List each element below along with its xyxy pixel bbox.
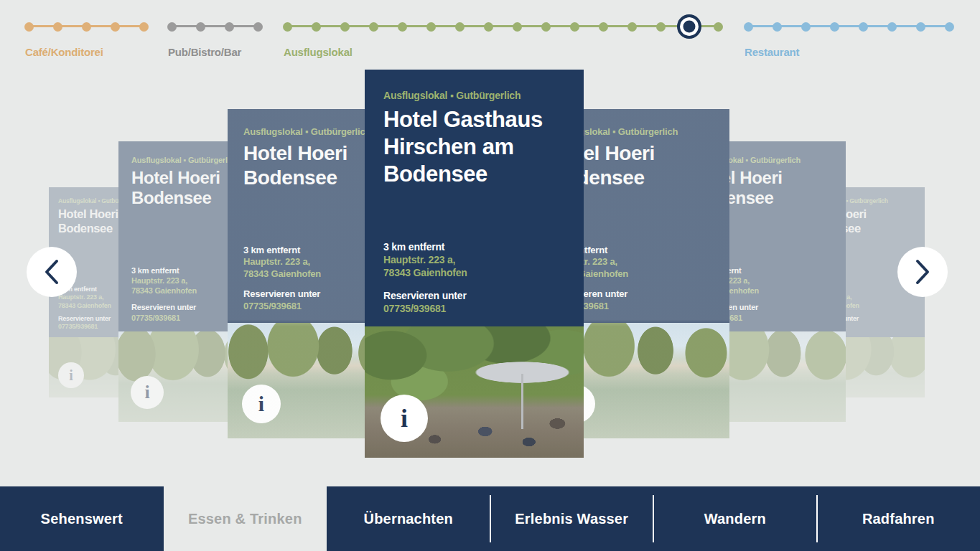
card-phone: 07735/939681 xyxy=(243,301,384,313)
timeline-dot xyxy=(484,22,493,32)
timeline-dot xyxy=(599,22,608,32)
card-title: Hotel Gasthaus Hirschen am Bodensee xyxy=(383,106,565,187)
card-details: 3 km entfernt Hauptstr. 223 a, 78343 Gai… xyxy=(383,240,565,315)
info-icon: i xyxy=(144,382,149,403)
timeline-label-cafe[interactable]: Café/Konditorei xyxy=(25,46,158,58)
card-distance: 3 km entfernt xyxy=(383,240,565,253)
timeline-section-ausflugslokal: Ausflugslokal xyxy=(273,12,732,58)
card-address-line2: 78343 Gaienhofen xyxy=(383,266,565,279)
tab-uebernachten[interactable]: Übernachten xyxy=(327,486,490,551)
info-button[interactable]: i xyxy=(58,362,84,388)
timeline-dot xyxy=(283,22,292,32)
card-address-line2: 78343 Gaienhofen xyxy=(243,268,384,281)
timeline-dot xyxy=(312,22,321,32)
timeline-dot xyxy=(111,22,120,32)
timeline-dots-restaurant xyxy=(734,12,963,41)
carousel-prev-button[interactable] xyxy=(27,247,77,297)
timeline-dots-ausflugslokal xyxy=(273,12,732,41)
timeline-dot xyxy=(859,22,868,32)
timeline-dot-active xyxy=(677,14,701,39)
card-address-line1: Hauptstr. 223 a, xyxy=(383,253,565,266)
timeline-dot xyxy=(196,22,205,32)
card-title: Hotel Hoeri Bodensee xyxy=(243,141,384,189)
timeline-section-restaurant: Restaurant xyxy=(734,12,963,58)
timeline-dot xyxy=(225,22,234,32)
timeline-dot xyxy=(82,22,91,32)
timeline-dot xyxy=(801,22,811,32)
chevron-right-icon xyxy=(914,259,931,285)
carousel-next-button[interactable] xyxy=(897,247,948,297)
card-phone: 07735/939681 xyxy=(383,302,565,315)
card-distance: 3 km entfernt xyxy=(243,245,384,257)
timeline-label-ausflugslokal[interactable]: Ausflugslokal xyxy=(284,46,732,58)
info-button[interactable]: i xyxy=(381,395,428,442)
timeline-dots-cafe xyxy=(14,12,158,41)
timeline-dot xyxy=(24,22,34,32)
timeline-dot xyxy=(426,22,436,32)
timeline-dot xyxy=(656,22,666,32)
timeline-dot xyxy=(139,22,149,32)
card-address-line1: Hauptstr. 223 a, xyxy=(243,256,384,268)
chevron-left-icon xyxy=(43,259,60,285)
info-icon: i xyxy=(69,367,73,384)
timeline-dot xyxy=(570,22,579,32)
timeline-dot xyxy=(167,22,177,32)
card-reserve-label: Reservieren unter xyxy=(383,289,565,302)
timeline-dot xyxy=(945,22,954,32)
tab-erlebnis-wasser[interactable]: Erlebnis Wasser xyxy=(490,486,654,551)
card-category: Ausflugslokal ▪ Gutbürgerlich xyxy=(243,126,384,137)
card-reserve-label: Reservieren unter xyxy=(243,288,384,301)
tab-radfahren[interactable]: Radfahren xyxy=(817,486,980,551)
info-icon: i xyxy=(401,403,408,433)
timeline-dot xyxy=(398,22,407,32)
timeline-dot xyxy=(253,22,263,32)
venue-carousel: Ausflugslokal ▪ Gutbürgerlich Hotel Hoer… xyxy=(0,65,980,486)
timeline-dot xyxy=(53,22,62,32)
timeline-dot xyxy=(455,22,465,32)
timeline-label-restaurant[interactable]: Restaurant xyxy=(745,46,963,58)
card-category: Ausflugslokal ▪ Gutbürgerlich xyxy=(383,90,565,101)
timeline-section-cafe-konditorei: Café/Konditorei xyxy=(14,12,158,58)
timeline-dot xyxy=(369,22,378,32)
timeline-dot xyxy=(773,22,782,32)
timeline-dot xyxy=(830,22,839,32)
timeline-section-pub-bistro-bar: Pub/Bistro/Bar xyxy=(157,12,272,58)
info-button[interactable]: i xyxy=(242,385,281,423)
info-button[interactable]: i xyxy=(131,376,164,409)
timeline-dot xyxy=(541,22,551,32)
timeline-dot xyxy=(744,22,753,32)
bottom-navigation: Sehenswert Essen & Trinken Übernachten E… xyxy=(0,486,980,551)
timeline-dot xyxy=(916,22,925,32)
tab-essen-trinken[interactable]: Essen & Trinken xyxy=(164,486,327,551)
tab-wandern[interactable]: Wandern xyxy=(653,486,817,551)
timeline-label-pub[interactable]: Pub/Bistro/Bar xyxy=(168,46,272,58)
timeline-dot xyxy=(627,22,637,32)
card-details: 3 km entfernt Hauptstr. 223 a, 78343 Gai… xyxy=(243,245,384,313)
timeline-dot xyxy=(714,22,723,32)
info-icon: i xyxy=(258,392,264,416)
tab-sehenswert[interactable]: Sehenswert xyxy=(0,486,164,551)
timeline-dots-pub xyxy=(157,12,272,41)
category-timeline: Café/Konditorei Pub/Bistro/Bar Ausflugsl… xyxy=(0,0,980,65)
timeline-dot xyxy=(340,22,350,32)
timeline-dot xyxy=(887,22,897,32)
carousel-card-active[interactable]: Ausflugslokal ▪ Gutbürgerlich Hotel Gast… xyxy=(365,70,584,458)
timeline-dot xyxy=(513,22,522,32)
